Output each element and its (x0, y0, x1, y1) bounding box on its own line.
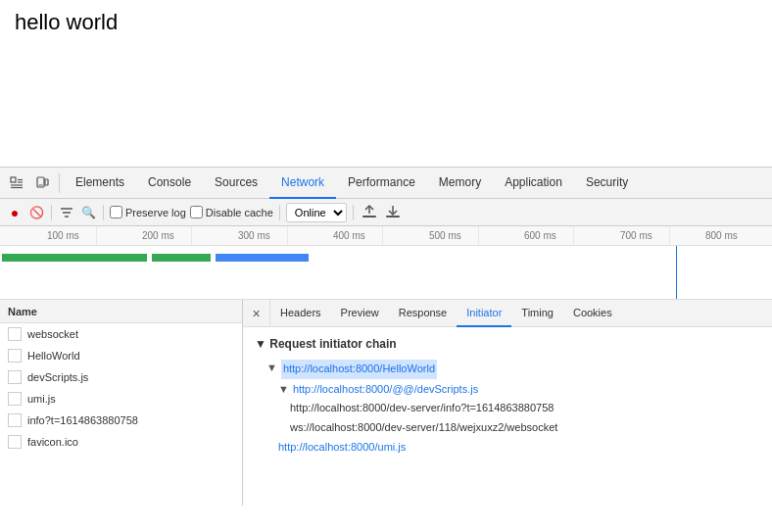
file-icon-devscripts (8, 370, 22, 384)
waterfall-marker (676, 246, 677, 299)
preserve-log-label[interactable]: Preserve log (110, 206, 186, 218)
chain-item-info: http://localhost:8000/dev-server/info?t=… (290, 400, 760, 417)
tab-sources[interactable]: Sources (203, 168, 269, 199)
devtools-panel: Elements Console Sources Network Perform… (0, 167, 772, 506)
toolbar-divider-2 (103, 205, 104, 220)
svg-rect-13 (386, 216, 400, 218)
toolbar-divider-4 (353, 205, 354, 220)
file-item-helloworld[interactable]: HelloWorld (0, 345, 242, 366)
file-name-umijs: umi.js (27, 393, 56, 405)
detail-tab-cookies[interactable]: Cookies (563, 300, 622, 327)
file-item-devscripts[interactable]: devScripts.js (0, 366, 242, 388)
tab-network[interactable]: Network (269, 168, 336, 199)
ruler-tick-600: 600 ms (524, 230, 556, 241)
disable-cache-label[interactable]: Disable cache (190, 206, 273, 218)
ruler-tick-500: 500 ms (429, 230, 461, 241)
inspect-element-btn[interactable] (4, 170, 29, 196)
initiator-chain-title: ▼ Request initiator chain (255, 335, 760, 354)
file-icon-umijs (8, 392, 22, 406)
detail-tab-headers[interactable]: Headers (270, 300, 331, 327)
file-icon-info (8, 413, 22, 427)
disable-cache-checkbox[interactable] (190, 206, 203, 218)
file-item-info[interactable]: info?t=1614863880758 (0, 410, 242, 431)
file-name-info: info?t=1614863880758 (27, 414, 138, 426)
file-name-favicon: favicon.ico (27, 436, 78, 448)
file-item-websocket[interactable]: websocket (0, 323, 242, 345)
devtools-tab-bar: Elements Console Sources Network Perform… (0, 168, 772, 199)
detail-panel: × Headers Preview Response Initiator Tim… (243, 300, 772, 506)
chain-arrow-helloworld: ▼ (266, 360, 277, 377)
search-btn[interactable]: 🔍 (79, 204, 97, 221)
tab-application[interactable]: Application (493, 168, 574, 199)
file-name-devscripts: devScripts.js (27, 371, 88, 383)
network-toolbar: ● 🚫 🔍 Preserve log Disable cache Online (0, 199, 772, 226)
toolbar-divider-1 (51, 205, 52, 220)
filter-btn[interactable] (58, 204, 75, 221)
tab-performance[interactable]: Performance (336, 168, 427, 199)
svg-rect-0 (11, 177, 16, 182)
tab-console[interactable]: Console (136, 168, 203, 199)
ruler-tick-400: 400 ms (333, 230, 365, 241)
detail-panel-header: × Headers Preview Response Initiator Tim… (243, 300, 772, 327)
detail-tab-response[interactable]: Response (389, 300, 458, 327)
page-content: hello world (0, 0, 772, 167)
file-icon-websocket (8, 327, 22, 341)
network-main-panel: Name websocket HelloWorld devScripts.js … (0, 300, 772, 506)
ruler-tick-200: 200 ms (142, 230, 174, 241)
waterfall-bar-request-green2 (152, 254, 211, 262)
file-name-websocket: websocket (27, 328, 78, 340)
chain-link-umijs[interactable]: http://localhost:8000/umi.js (278, 439, 406, 457)
tab-elements[interactable]: Elements (64, 168, 136, 199)
import-btn[interactable] (360, 203, 379, 222)
detail-content: ▼ Request initiator chain ▼ http://local… (243, 327, 772, 506)
record-btn[interactable]: ● (6, 204, 24, 221)
detail-tab-preview[interactable]: Preview (331, 300, 389, 327)
waterfall-bar-request-blue2 (216, 254, 309, 262)
tab-memory[interactable]: Memory (427, 168, 493, 199)
ruler-tick-100: 100 ms (47, 230, 79, 241)
chain-item-websocket: ws://localhost:8000/dev-server/118/wejxu… (290, 419, 760, 437)
clear-btn[interactable]: 🚫 (27, 204, 45, 221)
file-icon-helloworld (8, 349, 22, 363)
waterfall-bar-request-green (2, 254, 147, 262)
file-icon-favicon (8, 435, 22, 449)
svg-rect-6 (45, 179, 48, 185)
detail-tab-timing[interactable]: Timing (511, 300, 563, 327)
chain-link-helloworld[interactable]: http://localhost:8000/HelloWorld (281, 360, 437, 379)
ruler-tick-300: 300 ms (238, 230, 270, 241)
file-list-header: Name (0, 300, 242, 323)
preserve-log-checkbox[interactable] (110, 206, 122, 218)
tab-security[interactable]: Security (574, 168, 640, 199)
ruler-tick-700: 700 ms (620, 230, 652, 241)
chain-arrow-devscripts: ▼ (278, 381, 289, 399)
file-name-helloworld: HelloWorld (27, 350, 80, 362)
tab-divider (59, 173, 60, 193)
file-list: Name websocket HelloWorld devScripts.js … (0, 300, 243, 506)
ruler-tick-800: 800 ms (705, 230, 738, 241)
file-item-umijs[interactable]: umi.js (0, 388, 242, 410)
chain-link-devscripts[interactable]: http://localhost:8000/@@/devScripts.js (293, 381, 478, 399)
toolbar-divider-3 (279, 205, 280, 220)
device-toolbar-btn[interactable] (29, 170, 55, 196)
timeline-ruler: 100 ms 200 ms 300 ms 400 ms 500 ms 600 m… (0, 226, 772, 246)
chain-item-helloworld: ▼ http://localhost:8000/HelloWorld (266, 360, 760, 379)
chain-text-info: http://localhost:8000/dev-server/info?t=… (290, 400, 554, 417)
chain-text-websocket: ws://localhost:8000/dev-server/118/wejxu… (290, 419, 557, 437)
throttle-select[interactable]: Online (286, 203, 347, 222)
detail-tab-initiator[interactable]: Initiator (457, 300, 511, 327)
grid-lines (0, 226, 772, 245)
detail-close-btn[interactable]: × (243, 300, 270, 327)
svg-rect-11 (362, 216, 376, 218)
chain-item-umijs: http://localhost:8000/umi.js (278, 439, 760, 457)
timeline-waterfall (0, 246, 772, 300)
page-title: hello world (15, 10, 757, 35)
file-item-favicon[interactable]: favicon.ico (0, 431, 242, 453)
chain-item-devscripts: ▼ http://localhost:8000/@@/devScripts.js (278, 381, 760, 399)
export-btn[interactable] (383, 203, 403, 222)
